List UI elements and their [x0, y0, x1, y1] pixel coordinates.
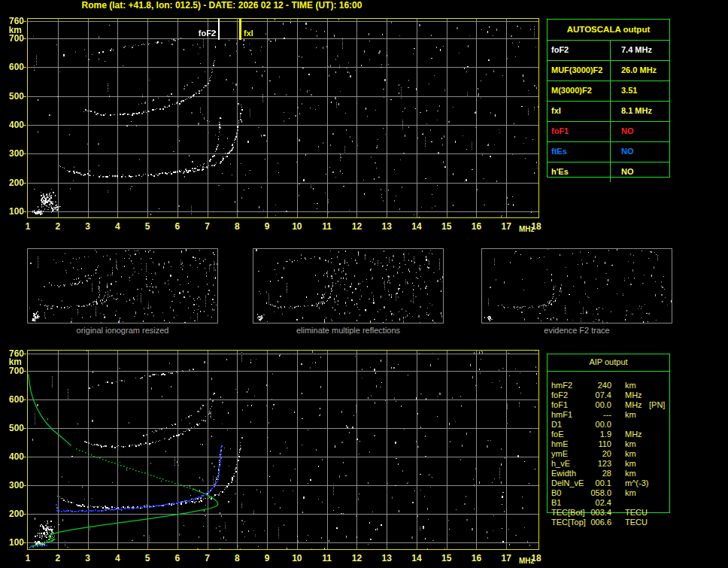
thumbnail-original-ionogram [27, 248, 218, 323]
x-tick-label: 7 [196, 553, 219, 563]
aip-row-b1: B102.4 [547, 498, 670, 508]
ionogram-plot-main: foF2fxI [27, 18, 539, 218]
aip-table-title: AIP output [547, 357, 670, 366]
aip-row-fof1: foF100.0MHz[PN] [547, 400, 670, 410]
autoscala-label: MUF(3000)F2 [548, 61, 611, 80]
aip-value: 240 [575, 381, 611, 390]
aip-label: foE [551, 430, 564, 439]
x-tick-label: 16 [465, 221, 487, 232]
x-tick-label: 17 [495, 221, 517, 232]
autoscala-label: fxI [548, 102, 611, 121]
y-axis-tick [23, 371, 26, 372]
autoscala-label: ftEs [548, 142, 611, 162]
y-tick-label: 200 [0, 178, 24, 188]
aip-value: 20 [575, 449, 611, 459]
aip-value: 28 [575, 469, 611, 478]
aip-value: 07.4 [575, 390, 611, 400]
x-tick-label: 9 [256, 553, 278, 563]
aip-value: 006.6 [575, 518, 611, 527]
aip-unit: km [625, 469, 636, 478]
aip-unit: MHz [625, 400, 642, 410]
y-axis-tick [23, 183, 26, 184]
autoscala-label: foF2 [548, 41, 611, 60]
autoscala-row-fof2: foF27.4 MHz [548, 40, 669, 60]
aip-label: D1 [551, 420, 562, 430]
aip-value: 110 [575, 439, 611, 449]
autoscala-row-m3000f2: M(3000)F23.51 [548, 80, 669, 101]
aip-row-yme: ymE20km [547, 449, 670, 459]
caption-eliminate-reflections: eliminate multiple reflections [253, 326, 444, 335]
thumbnail-original-canvas [28, 249, 217, 323]
aip-note: [PN] [649, 400, 665, 410]
app-window: Rome (lat: +41.8, lon: 012.5) - DATE: 20… [0, 0, 728, 568]
y-tick-label: 300 [0, 148, 24, 159]
aip-label: B0 [551, 488, 561, 498]
autoscaled-ionogram-canvas [27, 18, 539, 218]
y-axis-unit: km [0, 25, 22, 35]
y-axis-tick [23, 457, 26, 457]
aip-row-ewidth: Ewidth28km [547, 469, 670, 478]
y-axis-tick [23, 125, 26, 126]
y-axis-tick [23, 96, 26, 97]
aip-row-foe: foE1.9MHz [547, 430, 670, 439]
aip-row-hmf1: hmF1---km [547, 410, 670, 420]
x-tick-label: 15 [435, 221, 458, 232]
x-tick-label: 5 [136, 553, 159, 563]
fof2-marker-line [218, 19, 220, 40]
aip-label: hmF1 [551, 410, 572, 420]
aip-unit: TECU [625, 518, 648, 527]
y-tick-label: 400 [0, 451, 24, 462]
aip-unit: MHz [625, 390, 642, 400]
aip-unit: km [625, 381, 636, 390]
aip-row-b0: B0058.0km [547, 488, 670, 498]
ionogram-plot-aip [27, 350, 539, 550]
x-tick-label: 8 [226, 221, 248, 232]
autoscala-value: NO [611, 142, 669, 162]
autoscala-label: foF1 [548, 122, 611, 141]
x-tick-label: 3 [77, 221, 99, 232]
x-tick-label: 13 [375, 553, 398, 563]
aip-row-hmf2: hmF2240km [547, 381, 670, 390]
x-tick-label: 2 [47, 221, 69, 232]
aip-value: 058.0 [575, 488, 611, 498]
y-axis-tick [23, 354, 26, 354]
aip-row-d1: D100.0 [547, 420, 670, 430]
y-tick-label: 500 [0, 423, 24, 433]
y-tick-label: 600 [0, 62, 24, 72]
caption-evidence-f2: evidence F2 trace [481, 326, 672, 335]
y-axis-unit: km [0, 357, 22, 367]
fof2-marker-label: foF2 [199, 29, 216, 38]
x-tick-label: 3 [77, 553, 99, 563]
y-axis-tick [23, 21, 26, 22]
thumbnail-evidence-f2 [481, 248, 672, 323]
y-axis-tick [23, 428, 26, 429]
aip-label: hmE [551, 439, 569, 449]
y-tick-label: 600 [0, 394, 24, 405]
x-tick-label: 4 [106, 553, 129, 563]
y-tick-label: 500 [0, 91, 24, 102]
autoscala-label: h'Es [548, 163, 611, 182]
autoscala-value: NO [611, 163, 669, 182]
aip-value: 02.4 [575, 498, 611, 508]
aip-value: 00.0 [575, 400, 611, 410]
x-tick-label: 16 [465, 553, 487, 563]
autoscala-output-table: AUTOSCALA output foF27.4 MHzMUF(3000)F22… [547, 19, 670, 178]
autoscala-table-rows: foF27.4 MHzMUF(3000)F226.0 MHzM(3000)F23… [548, 40, 669, 182]
aip-unit: km [625, 439, 636, 449]
autoscala-value: NO [611, 122, 669, 141]
autoscala-table-title: AUTOSCALA output [548, 20, 669, 40]
aip-label: foF1 [551, 400, 568, 410]
aip-label: h_vE [551, 459, 570, 469]
autoscala-row-fxi: fxI8.1 MHz [548, 101, 669, 121]
x-tick-label: 1 [17, 553, 39, 563]
y-tick-label: 300 [0, 480, 24, 491]
x-tick-label: 4 [106, 221, 129, 232]
y-axis-tick [23, 38, 26, 39]
x-tick-label: 15 [435, 553, 458, 563]
aip-label: B1 [551, 498, 561, 508]
x-tick-label: 14 [405, 553, 428, 563]
y-tick-label: 200 [0, 509, 24, 519]
y-axis-tick [23, 542, 26, 543]
thumbnail-evidence-canvas [482, 249, 672, 323]
y-tick-label: 100 [0, 537, 24, 548]
